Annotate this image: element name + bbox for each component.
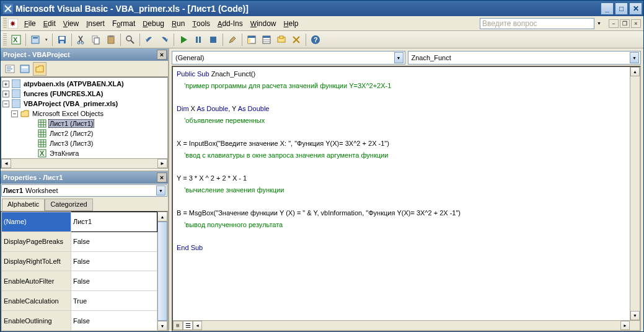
chevron-down-icon[interactable]: ▼ [394, 52, 404, 63]
menu-window[interactable]: Window [247, 18, 280, 29]
save-button[interactable] [55, 33, 69, 47]
svg-rect-29 [280, 36, 283, 38]
tree-node-vbaproject[interactable]: −VBAProject (VBA_primer.xls) [1, 99, 167, 109]
mdi-minimize-button[interactable]: – [609, 19, 619, 28]
menu-run[interactable]: Run [168, 18, 188, 29]
properties-window-button[interactable] [260, 33, 273, 47]
prop-row[interactable]: EnableOutliningFalse [2, 311, 157, 331]
menu-tools[interactable]: Tools [188, 18, 214, 29]
object-browser-button[interactable] [275, 33, 288, 47]
menu-view[interactable]: View [60, 18, 82, 29]
code-editor[interactable]: Public Sub Znach_Funct() 'пример програм… [172, 66, 641, 331]
minimize-button[interactable]: _ [601, 2, 614, 15]
code-h-scrollbar[interactable]: ≡ ☰ ◄ ► [173, 320, 640, 330]
ask-question-box[interactable]: Введите вопрос [480, 18, 594, 29]
maximize-button[interactable]: □ [615, 2, 628, 15]
prop-row[interactable]: EnableAutoFilterFalse [2, 271, 157, 291]
svg-rect-15 [109, 35, 113, 37]
svg-text:✷: ✷ [10, 20, 15, 27]
svg-rect-20 [210, 37, 216, 43]
undo-button[interactable] [143, 33, 156, 47]
code-v-scrollbar[interactable]: ▲ ▼ [630, 67, 640, 320]
scroll-up-icon[interactable]: ▲ [630, 67, 640, 76]
procedure-dropdown[interactable]: Znach_Funct ▼ [408, 51, 642, 65]
prop-row-name[interactable]: (Name)Лист1 [2, 212, 157, 232]
object-dropdown[interactable]: (General) ▼ [172, 51, 405, 65]
tree-node-sheet3[interactable]: Лист3 (Лист3) [1, 138, 167, 148]
menu-file[interactable]: File [20, 18, 40, 29]
prop-row[interactable]: EnableCalculationTrue [2, 291, 157, 311]
standard-toolbar: X ▾ ? [1, 31, 643, 48]
project-panel-close-button[interactable]: × [157, 50, 167, 60]
menu-addins[interactable]: Add-Ins [214, 18, 247, 29]
procedure-view-button[interactable]: ≡ [173, 321, 183, 330]
scroll-down-icon[interactable]: ▼ [157, 321, 167, 331]
view-object-button[interactable] [18, 62, 32, 76]
scroll-left-icon[interactable]: ◄ [1, 159, 11, 168]
menu-insert[interactable]: Insert [82, 18, 108, 29]
svg-rect-39 [12, 89, 20, 98]
chevron-down-icon[interactable]: ▼ [156, 186, 165, 195]
scroll-up-icon[interactable]: ▲ [157, 212, 167, 222]
tab-alphabetic[interactable]: Alphabetic [2, 199, 45, 211]
design-mode-button[interactable] [226, 33, 239, 47]
break-button[interactable] [192, 33, 205, 47]
chevron-down-icon[interactable]: ▼ [630, 52, 639, 63]
redo-button[interactable] [157, 33, 171, 47]
menu-format[interactable]: Format [108, 18, 139, 29]
properties-panel-close-button[interactable]: × [157, 173, 167, 182]
ask-dropdown-icon[interactable]: ▼ [597, 21, 601, 25]
menu-help[interactable]: Help [280, 18, 302, 29]
reset-button[interactable] [206, 33, 220, 47]
view-code-button[interactable] [3, 62, 17, 76]
help-button[interactable]: ? [309, 33, 322, 47]
tree-node-thisworkbook[interactable]: XЭтаКнига [1, 148, 167, 158]
svg-rect-5 [32, 36, 39, 43]
prop-row[interactable]: DisplayRightToLeftFalse [2, 251, 157, 271]
project-explorer-button[interactable] [245, 33, 258, 47]
scroll-right-icon[interactable]: ► [157, 159, 167, 168]
scroll-right-icon[interactable]: ► [620, 321, 630, 330]
properties-object-combo[interactable]: Лист1 Worksheet ▼ [1, 184, 168, 197]
tree-h-scrollbar[interactable]: ◄ ► [1, 158, 167, 168]
tree-node-atpvbaen[interactable]: +atpvbaen.xls (ATPVBAEN.XLA) [1, 79, 167, 89]
find-button[interactable] [123, 33, 137, 47]
workbook-icon: X [37, 149, 47, 158]
title-bar: Microsoft Visual Basic - VBA_primer.xls … [1, 1, 643, 16]
cut-button[interactable] [74, 33, 88, 47]
view-excel-button[interactable]: X [9, 33, 23, 47]
svg-rect-36 [20, 65, 29, 73]
excel-icon[interactable]: ✷ [8, 19, 18, 29]
toggle-folders-button[interactable] [33, 62, 46, 76]
menu-grip-icon[interactable] [3, 18, 7, 29]
tree-node-sheet1[interactable]: Лист1 (Лист1) [1, 119, 167, 128]
toolbox-button[interactable] [289, 33, 303, 47]
menu-edit[interactable]: Edit [40, 18, 60, 29]
scroll-down-icon[interactable]: ▼ [630, 311, 640, 320]
properties-object-name: Лист1 [3, 187, 23, 194]
prop-row[interactable]: DisplayPageBreaksFalse [2, 231, 157, 251]
close-button[interactable]: ✕ [629, 2, 642, 15]
scroll-left-icon[interactable]: ◄ [193, 321, 202, 330]
tree-node-excel-objects[interactable]: −Microsoft Excel Objects [1, 109, 167, 119]
mdi-restore-button[interactable]: ❐ [620, 19, 630, 28]
svg-rect-23 [248, 38, 250, 43]
tree-node-funcres[interactable]: +funcres (FUNCRES.XLA) [1, 89, 167, 99]
project-tree[interactable]: +atpvbaen.xls (ATPVBAEN.XLA) +funcres (F… [1, 77, 168, 169]
tree-node-sheet2[interactable]: Лист2 (Лист2) [1, 128, 167, 138]
insert-module-dropdown[interactable]: ▾ [43, 33, 50, 47]
full-module-view-button[interactable]: ☰ [183, 321, 193, 330]
menu-debug[interactable]: Debug [139, 18, 168, 29]
toolbar-grip-icon[interactable] [3, 34, 7, 46]
tab-categorized[interactable]: Categorized [45, 199, 92, 211]
paste-button[interactable] [104, 33, 118, 47]
mdi-close-button[interactable]: × [631, 19, 641, 28]
copy-button[interactable] [89, 33, 103, 47]
run-button[interactable] [177, 33, 190, 47]
svg-rect-13 [94, 38, 99, 44]
properties-grid[interactable]: (Name)Лист1 DisplayPageBreaksFalse Displ… [1, 211, 168, 331]
folder-icon [20, 109, 30, 118]
svg-rect-8 [60, 37, 64, 40]
insert-module-button[interactable] [29, 33, 42, 47]
properties-v-scrollbar[interactable]: ▲ ▼ [157, 212, 167, 331]
